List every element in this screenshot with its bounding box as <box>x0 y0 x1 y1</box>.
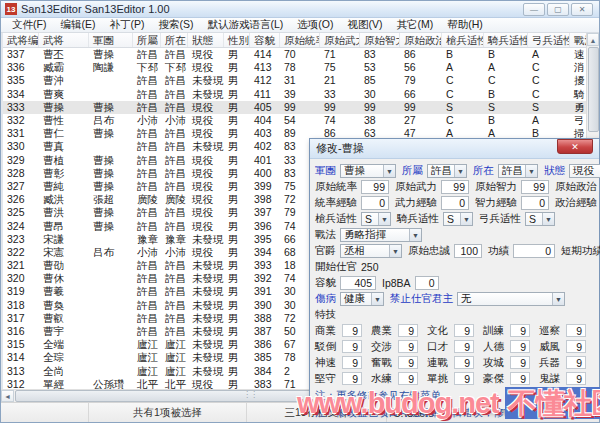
column-header-7[interactable]: 容貌 <box>250 33 280 47</box>
column-header-11[interactable]: 原始政治 <box>400 33 442 47</box>
menu-item-6[interactable]: 视图(V) <box>340 18 389 32</box>
skill-value-input[interactable]: 9 <box>566 340 586 353</box>
cell: 未發現 <box>188 312 224 325</box>
minimize-button[interactable]: — <box>523 3 545 16</box>
vertical-scroll-thumb[interactable] <box>588 47 599 132</box>
cell: 許昌 <box>133 220 161 233</box>
dropdown[interactable]: 无▼ <box>457 292 565 306</box>
skill-value-input[interactable]: 9 <box>398 356 418 369</box>
skill-value-input[interactable]: 9 <box>510 324 530 337</box>
column-header-13[interactable]: 騎兵适性 <box>484 33 528 47</box>
cell: 66 <box>400 88 442 101</box>
value-input[interactable]: 405 <box>340 276 376 290</box>
cell: 小沛 <box>133 246 161 259</box>
table-row[interactable]: 335曹沖許昌許昌未發現男41231218579CCC擾 <box>3 74 599 87</box>
value-input[interactable]: 100 <box>454 244 482 258</box>
cell: 曹宇 <box>39 325 89 338</box>
value-input[interactable]: 99 <box>441 180 469 194</box>
skill-value-input[interactable]: 9 <box>566 356 586 369</box>
dropdown-value: 曹操 <box>341 164 383 178</box>
cell: 74 <box>320 114 360 127</box>
cell: 39 <box>280 88 320 101</box>
skill-value-input[interactable]: 9 <box>454 324 474 337</box>
field-label: 官爵 <box>315 244 336 258</box>
cell: 392 <box>250 272 280 285</box>
dropdown[interactable]: 現役▼ <box>569 164 600 178</box>
field-label: 開始仕官 <box>315 260 357 274</box>
cell: A <box>528 48 570 61</box>
field-label: 原始政治 <box>555 180 597 194</box>
menu-item-3[interactable]: 搜索(S) <box>151 18 200 32</box>
menu-item-4[interactable]: 默认游戏语言(L) <box>200 18 290 32</box>
chevron-down-icon: ▼ <box>378 213 390 225</box>
skill-value-input[interactable]: 9 <box>398 340 418 353</box>
column-header-6[interactable]: 性別 <box>224 33 250 47</box>
column-header-5[interactable]: 狀態 <box>188 33 224 47</box>
value-input[interactable]: 99 <box>361 180 389 194</box>
dropdown[interactable]: 曹操▼ <box>340 164 396 178</box>
cell: 男 <box>224 180 250 193</box>
dialog-close-icon[interactable]: ✕ <box>557 139 593 154</box>
table-row[interactable]: 336臧霸陶謙下邳下邳現役男41378755356AAC消 <box>3 61 599 74</box>
cell: 廬江 <box>161 338 188 351</box>
value-input[interactable]: 0 <box>441 196 469 210</box>
column-header-12[interactable]: 槍兵适性 <box>442 33 484 47</box>
maximize-button[interactable]: ▢ <box>547 3 569 16</box>
cell: B <box>484 88 528 101</box>
column-header-14[interactable]: 弓兵适性 <box>528 33 570 47</box>
chevron-down-icon: ▼ <box>383 165 395 177</box>
value-input[interactable]: 99 <box>521 180 549 194</box>
column-header-2[interactable]: 軍團 <box>89 33 133 47</box>
scroll-up-icon[interactable]: ▲ <box>587 33 599 46</box>
column-header-3[interactable]: 所屬 <box>133 33 161 47</box>
menu-item-7[interactable]: 其它(M) <box>389 18 440 32</box>
dropdown-value: S <box>362 213 378 225</box>
skill-value-input[interactable]: 9 <box>454 340 474 353</box>
column-header-1[interactable]: 武将 <box>39 33 89 47</box>
dropdown[interactable]: 丞相▼ <box>340 244 402 258</box>
value-input[interactable]: 0 <box>415 276 439 290</box>
dropdown[interactable]: 許昌▼ <box>498 164 538 178</box>
dropdown[interactable]: 勇略指揮▼ <box>340 228 422 242</box>
dropdown[interactable]: 許昌▼ <box>427 164 467 178</box>
table-row[interactable]: 337曹丕曹操許昌許昌現役男41470718386BBA速 <box>3 48 599 61</box>
menu-item-8[interactable]: 帮助(H) <box>440 18 490 32</box>
column-header-9[interactable]: 原始武力 <box>320 33 360 47</box>
dropdown[interactable]: S▼ <box>443 212 473 226</box>
cell: 男 <box>224 365 250 378</box>
column-header-10[interactable]: 原始智力 <box>360 33 400 47</box>
close-button[interactable]: ✕ <box>571 3 593 16</box>
dropdown[interactable]: S▼ <box>361 212 391 226</box>
table-row[interactable]: 333曹操曹操許昌許昌現役男40599999999SSS勇 <box>3 101 599 114</box>
value-input[interactable]: 0 <box>361 196 389 210</box>
skill-value-input[interactable]: 9 <box>510 340 530 353</box>
cell: A <box>484 61 528 74</box>
skill-row: 神速9奮戰9連戰9攻城9兵器9 <box>315 355 594 370</box>
value-input[interactable]: 0 <box>521 196 549 210</box>
menu-item-2[interactable]: 补丁(P) <box>102 18 151 32</box>
column-header-0[interactable]: 武将编号 <box>3 33 39 47</box>
value-input[interactable]: 0 <box>513 244 555 258</box>
scroll-left-icon[interactable]: ◄ <box>1 390 14 402</box>
menu-item-1[interactable]: 编辑(E) <box>53 18 102 32</box>
table-row[interactable]: 332曹性吕布小沛小沛現役男40454743827CBA弓 <box>3 114 599 127</box>
menu-item-0[interactable]: 文件(F) <box>5 18 53 32</box>
dropdown[interactable]: S▼ <box>525 212 555 226</box>
menu-item-5[interactable]: 选项(O) <box>290 18 340 32</box>
skill-value-input[interactable]: 9 <box>342 340 362 353</box>
skill-value-input[interactable]: 9 <box>398 324 418 337</box>
skill-value-input[interactable]: 9 <box>454 356 474 369</box>
chevron-down-icon: ▼ <box>389 245 401 257</box>
cell: 83 <box>360 48 400 61</box>
dropdown[interactable]: 健康▼ <box>340 292 384 306</box>
cell: 現役 <box>188 246 224 259</box>
skill-value-input[interactable]: 9 <box>566 324 586 337</box>
column-header-8[interactable]: 原始統率 <box>280 33 320 47</box>
skill-value-input[interactable]: 9 <box>510 356 530 369</box>
column-header-4[interactable]: 所在 <box>161 33 188 47</box>
table-row[interactable]: 334曹爽許昌許昌未發現男41139333066CBC騎 <box>3 88 599 101</box>
skill-value-input[interactable]: 9 <box>342 356 362 369</box>
skill-value-input[interactable]: 9 <box>342 324 362 337</box>
cell: 許昌 <box>161 285 188 298</box>
cell: 男 <box>224 285 250 298</box>
